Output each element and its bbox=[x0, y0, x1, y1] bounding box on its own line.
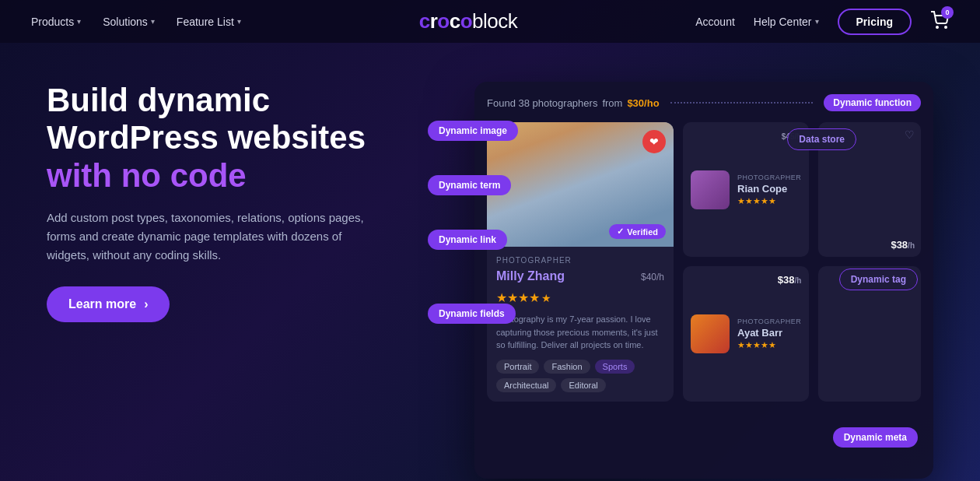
chevron-down-icon: ▾ bbox=[815, 17, 819, 26]
nav-account[interactable]: Account bbox=[695, 16, 735, 28]
learn-more-button[interactable]: Learn more › bbox=[47, 286, 170, 322]
from-text: from bbox=[602, 97, 622, 109]
hero-section: Build dynamic WordPress websites with no… bbox=[0, 43, 980, 481]
mini-name1: Rian Cope bbox=[737, 183, 801, 195]
verified-badge: ✓ Verified bbox=[609, 224, 666, 239]
hero-text-block: Build dynamic WordPress websites with no… bbox=[47, 74, 404, 322]
dynamic-link-label: Dynamic link bbox=[428, 230, 507, 250]
half-star-icon: ★ bbox=[541, 292, 551, 304]
headline-purple: with no code bbox=[47, 157, 247, 194]
mini-card-img1 bbox=[691, 170, 730, 209]
pricing-button[interactable]: Pricing bbox=[838, 9, 912, 35]
arrow-icon: › bbox=[144, 297, 148, 311]
cart-icon[interactable]: 0 bbox=[930, 11, 949, 33]
headline-line2: WordPress websites bbox=[47, 119, 366, 156]
found-bar: Found 38 photographers from $30/ho Dynam… bbox=[487, 94, 921, 111]
chevron-down-icon: ▾ bbox=[151, 17, 155, 26]
nav-products[interactable]: Products ▾ bbox=[31, 16, 81, 28]
heart-icon[interactable]: ❤ bbox=[642, 130, 666, 153]
headline-line1: Build dynamic bbox=[47, 82, 270, 118]
cart-badge: 0 bbox=[941, 6, 954, 19]
demo-area: Dynamic image Dynamic term Dynamic link … bbox=[428, 74, 933, 479]
dynamic-meta-label: Dynamic meta bbox=[833, 427, 918, 448]
photographer-label: PHOTOGRAPHER bbox=[496, 256, 664, 265]
site-logo[interactable]: crocoblock bbox=[419, 9, 518, 33]
nav-solutions-label: Solutions bbox=[103, 16, 148, 28]
price-tag: $40/h bbox=[641, 268, 664, 284]
photographer-image: ❤ ✓ Verified bbox=[487, 122, 674, 247]
mini-stars1: ★★★★★ bbox=[737, 196, 801, 206]
dynamic-tag-label: Dynamic tag bbox=[839, 269, 918, 290]
navbar: Products ▾ Solutions ▾ Feature List ▾ cr… bbox=[0, 0, 980, 43]
svg-point-0 bbox=[936, 26, 938, 28]
heart-icon-small[interactable]: ♡ bbox=[905, 128, 915, 141]
nav-help-center-label: Help Center bbox=[754, 16, 812, 28]
cards-grid: ❤ ✓ Verified PHOTOGRAPHER Milly Zhang $4… bbox=[487, 122, 921, 402]
mini-card-info1: PHOTOGRAPHER Rian Cope ★★★★★ bbox=[737, 174, 801, 206]
tag-portrait[interactable]: Portrait bbox=[496, 360, 539, 374]
tag-fashion[interactable]: Fashion bbox=[544, 360, 590, 374]
photographer-name: Milly Zhang bbox=[496, 269, 565, 283]
chevron-down-icon: ▾ bbox=[77, 17, 81, 26]
mini-price-top2: $38/h bbox=[891, 239, 915, 251]
mini-photographer-label1: PHOTOGRAPHER bbox=[737, 174, 801, 181]
nav-products-label: Products bbox=[31, 16, 74, 28]
nav-solutions[interactable]: Solutions ▾ bbox=[103, 16, 155, 28]
main-card-body: PHOTOGRAPHER Milly Zhang $40/h ★★★★★ Pho… bbox=[487, 247, 674, 402]
tag-architectual[interactable]: Architectual bbox=[496, 378, 556, 392]
mini-card-img-bot1 bbox=[691, 314, 730, 353]
photographer-row: Milly Zhang $40/h bbox=[496, 268, 664, 284]
learn-more-label: Learn more bbox=[68, 297, 136, 311]
check-icon: ✓ bbox=[617, 226, 624, 237]
data-store-label: Data store bbox=[787, 128, 856, 150]
star-rating: ★★★★★ bbox=[496, 290, 664, 305]
mini-price-bot1: $38/h bbox=[778, 274, 802, 286]
dynamic-fields-label: Dynamic fields bbox=[428, 304, 516, 324]
tag-editoral[interactable]: Editoral bbox=[561, 378, 605, 392]
nav-feature-list-label: Feature List bbox=[177, 16, 234, 28]
mini-card-top2[interactable]: ♡ $38/h Data store bbox=[818, 122, 921, 257]
mini-card-info-bot1: PHOTOGRAPHER Ayat Barr ★★★★★ bbox=[737, 318, 801, 350]
tag-sports[interactable]: Sports bbox=[595, 360, 635, 374]
found-text: Found 38 photographers bbox=[487, 97, 597, 109]
dots-divider bbox=[670, 102, 814, 104]
price-from: $30/ho bbox=[627, 97, 659, 109]
mini-stars-bot1: ★★★★★ bbox=[737, 340, 801, 350]
svg-point-1 bbox=[945, 26, 947, 28]
demo-container: Found 38 photographers from $30/ho Dynam… bbox=[474, 82, 933, 479]
tags-row: Portrait Fashion Sports Architectual Edi… bbox=[496, 360, 664, 392]
hero-headline: Build dynamic WordPress websites with no… bbox=[47, 82, 404, 195]
hero-description: Add custom post types, taxonomies, relat… bbox=[47, 209, 373, 265]
photographer-bio: Photography is my 7-year passion. I love… bbox=[496, 313, 664, 352]
dynamic-function-badge: Dynamic function bbox=[824, 94, 921, 111]
dynamic-term-label: Dynamic term bbox=[428, 175, 511, 195]
nav-help-center[interactable]: Help Center ▾ bbox=[754, 16, 819, 28]
mini-photographer-label-bot1: PHOTOGRAPHER bbox=[737, 318, 801, 325]
nav-feature-list[interactable]: Feature List ▾ bbox=[177, 16, 241, 28]
main-photographer-card[interactable]: ❤ ✓ Verified PHOTOGRAPHER Milly Zhang $4… bbox=[487, 122, 674, 402]
chevron-down-icon: ▾ bbox=[237, 17, 241, 26]
mini-name-bot1: Ayat Barr bbox=[737, 327, 801, 339]
dynamic-image-label: Dynamic image bbox=[428, 121, 518, 141]
mini-card-bot1[interactable]: PHOTOGRAPHER Ayat Barr ★★★★★ $38/h bbox=[683, 266, 809, 401]
nav-account-label: Account bbox=[695, 16, 735, 28]
